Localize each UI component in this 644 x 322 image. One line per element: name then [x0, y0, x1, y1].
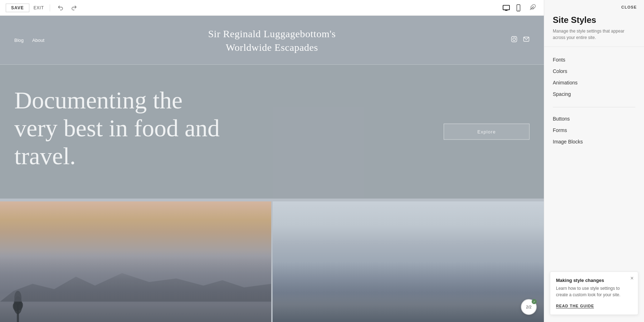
panel-menu: Fonts Colors Animations Spacing Buttons … [544, 47, 644, 162]
undo-icon [57, 5, 64, 11]
menu-item-forms[interactable]: Forms [553, 125, 635, 136]
explore-button[interactable]: Explore [444, 123, 530, 140]
nav-blog-link[interactable]: Blog [14, 37, 24, 43]
image-grid [0, 199, 544, 322]
editor-area: SAVE EXIT [0, 0, 544, 322]
mobile-icon [516, 4, 521, 11]
tree-silhouette-icon [11, 280, 25, 322]
desktop-icon [502, 5, 510, 11]
panel-menu-divider [553, 107, 635, 107]
redo-icon [71, 5, 77, 11]
image-left [0, 201, 271, 322]
nav-about-link[interactable]: About [32, 37, 44, 43]
toolbar: SAVE EXIT [0, 0, 544, 16]
progress-label: 2/2 [526, 305, 531, 309]
desktop-view-button[interactable] [500, 3, 512, 13]
svg-point-7 [515, 37, 516, 38]
preview-canvas[interactable]: Blog About Sir Reginald Luggagebottom's … [0, 16, 544, 322]
read-guide-link[interactable]: READ THE GUIDE [556, 304, 594, 308]
site-navigation: Blog About [14, 37, 44, 43]
site-preview: Blog About Sir Reginald Luggagebottom's … [0, 16, 544, 322]
menu-item-image-blocks[interactable]: Image Blocks [553, 136, 635, 147]
exit-button[interactable]: EXIT [34, 5, 44, 10]
email-icon [523, 36, 530, 44]
menu-item-animations[interactable]: Animations [553, 77, 635, 88]
paint-button[interactable] [527, 2, 538, 14]
progress-indicator: 2/2 ✓ [521, 299, 537, 315]
menu-item-buttons[interactable]: Buttons [553, 113, 635, 125]
redo-button[interactable] [69, 3, 79, 13]
svg-point-2 [518, 10, 519, 10]
undo-button[interactable] [56, 3, 65, 13]
save-button[interactable]: SAVE [6, 4, 29, 12]
svg-point-6 [513, 38, 516, 41]
panel-header: Site Styles Manage the style settings th… [544, 12, 644, 47]
instagram-icon [511, 36, 517, 44]
image-right [273, 201, 544, 322]
tooltip-close-button[interactable]: × [630, 275, 634, 281]
tooltip-title: Making style changes [556, 278, 632, 283]
svg-rect-5 [512, 36, 517, 42]
toolbar-divider [50, 4, 50, 11]
menu-item-fonts[interactable]: Fonts [553, 54, 635, 65]
device-switcher [500, 2, 523, 14]
hero-text: Documenting the very best in food and tr… [14, 86, 229, 170]
close-panel-button[interactable]: CLOSE [621, 5, 637, 9]
site-header-icons [511, 36, 530, 44]
site-title: Sir Reginald Luggagebottom's Worldwide E… [14, 27, 530, 54]
hero-section: Documenting the very best in food and tr… [0, 65, 544, 199]
tooltip-text: Learn how to use style settings to creat… [556, 285, 632, 298]
panel-close-row: CLOSE [544, 0, 644, 12]
menu-item-colors[interactable]: Colors [553, 65, 635, 77]
mobile-view-button[interactable] [514, 2, 523, 14]
panel-menu-group-1: Fonts Colors Animations Spacing [553, 54, 635, 100]
progress-check-icon: ✓ [532, 299, 537, 304]
paint-icon [530, 4, 536, 10]
panel-title: Site Styles [553, 15, 635, 25]
tooltip-card: × Making style changes Learn how to use … [550, 272, 638, 315]
site-header: Blog About Sir Reginald Luggagebottom's … [0, 16, 544, 65]
svg-rect-0 [503, 5, 509, 10]
panel-description: Manage the style settings that appear ac… [553, 28, 635, 41]
site-styles-panel: CLOSE Site Styles Manage the style setti… [544, 0, 644, 322]
menu-item-spacing[interactable]: Spacing [553, 88, 635, 100]
panel-menu-group-2: Buttons Forms Image Blocks [553, 113, 635, 147]
